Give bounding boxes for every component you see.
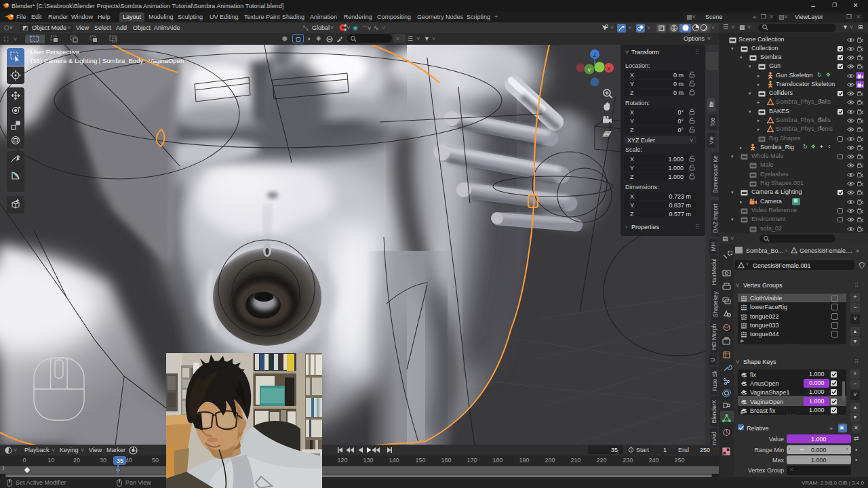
svg-text:Y: Y bbox=[587, 67, 591, 73]
svg-text:Z: Z bbox=[593, 52, 597, 58]
svg-text:X: X bbox=[607, 66, 611, 72]
svg-text:(35) Camera & Lighting | Sombr: (35) Camera & Lighting | Sombra_Body : V… bbox=[31, 57, 184, 64]
svg-text:User Perspective: User Perspective bbox=[31, 48, 79, 56]
